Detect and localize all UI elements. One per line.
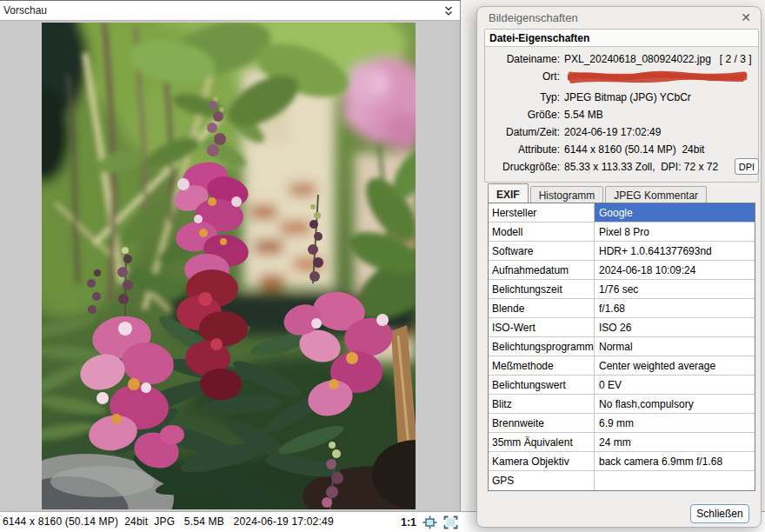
field-label: Ort:	[485, 70, 560, 83]
file-field-row: Dateiname: PXL_20240618_080924022.jpg [ …	[485, 50, 758, 68]
image-properties-dialog: Bildeigenschaften ✕ Datei-Eigenschaften …	[476, 6, 762, 528]
field-label: Dateiname:	[485, 53, 560, 65]
exif-label: Kamera Objektiv	[489, 452, 595, 470]
field-value: PXL_20240618_080924022.jpg [ 2 / 3 ]	[560, 53, 752, 65]
file-properties-group: Datei-Eigenschaften Dateiname: PXL_20240…	[484, 29, 759, 183]
exif-label: Belichtungszeit	[489, 280, 595, 298]
exif-value	[595, 471, 755, 490]
preview-title: Vorschau	[3, 4, 47, 17]
field-value: 5.54 MB	[560, 109, 603, 121]
exif-row[interactable]: 35mm Äquivalent 24 mm	[489, 433, 755, 452]
exif-row[interactable]: Blende f/1.68	[489, 299, 755, 318]
field-label: Druckgröße:	[485, 161, 560, 173]
exif-label: GPS	[489, 471, 595, 490]
exif-row[interactable]: Kamera Objektiv back camera 6.9mm f/1.68	[489, 452, 755, 471]
redaction-scribble	[568, 69, 748, 84]
file-field-row: Druckgröße: 85.33 x 113.33 Zoll, DPI: 72…	[485, 158, 758, 176]
file-field-row: Datum/Zeit: 2024-06-19 17:02:49	[485, 123, 758, 141]
file-field-row: Typ: JPEG Bitmap (JPG) YCbCr	[485, 89, 758, 106]
field-value: 85.33 x 113.33 Zoll, DPI: 72 x 72	[560, 161, 718, 173]
exif-label: Belichtungsprogramm	[489, 337, 595, 356]
dpi-button[interactable]: DPI	[735, 158, 759, 175]
field-label: Typ:	[485, 91, 560, 103]
exif-label: ISO-Wert	[489, 318, 595, 336]
status-info: 6144 x 8160 (50.14 MP) 24bit JPG 5.54 MB…	[3, 512, 334, 532]
preview-photo	[42, 23, 416, 509]
exif-value: Pixel 8 Pro	[595, 223, 755, 241]
tab-label: EXIF	[496, 189, 520, 201]
tab-histogramm[interactable]: Histogramm	[530, 186, 604, 203]
exif-value: HDR+ 1.0.641377693nd	[595, 242, 755, 260]
exif-row[interactable]: Meßmethode Center weighted average	[489, 356, 755, 376]
exif-value: 1/76 sec	[595, 280, 755, 298]
zoom-controls: 1:1	[401, 512, 458, 532]
exif-value: Google	[595, 203, 755, 222]
dialog-titlebar: Bildeigenschaften ✕	[477, 7, 761, 29]
exif-value: ISO 26	[595, 318, 755, 336]
preview-canvas	[0, 21, 460, 511]
exif-row[interactable]: Belichtungszeit 1/76 sec	[489, 280, 755, 299]
exif-value: 0 EV	[595, 376, 755, 394]
field-value: JPEG Bitmap (JPG) YCbCr	[560, 91, 691, 103]
exif-label: Meßmethode	[489, 356, 595, 375]
file-field-row: Größe: 5.54 MB	[485, 106, 758, 123]
tab-label: Histogramm	[539, 190, 595, 202]
preview-panel: Vorschau	[0, 0, 461, 511]
exif-value: 24 mm	[595, 433, 755, 451]
exif-value: f/1.68	[595, 299, 755, 317]
tab-label: JPEG Kommentar	[614, 190, 698, 202]
fullscreen-icon[interactable]	[443, 515, 458, 529]
exif-row[interactable]: Hersteller Google	[489, 203, 755, 223]
field-label: Größe:	[485, 109, 560, 121]
exif-value: 6.9 mm	[595, 414, 755, 432]
exif-label: Blende	[489, 299, 595, 317]
exif-row[interactable]: Belichtungswert 0 EV	[489, 376, 755, 395]
exif-label: Modell	[489, 223, 595, 241]
exif-label: Blitz	[489, 395, 595, 413]
exif-label: Belichtungswert	[489, 376, 595, 394]
exif-table: Hersteller Google Modell Pixel 8 Pro Sof…	[488, 203, 755, 491]
tab-exif[interactable]: EXIF	[488, 183, 529, 203]
field-value: 6144 x 8160 (50.14 MP) 24bit	[560, 143, 704, 156]
exif-label: Hersteller	[489, 203, 595, 222]
exif-row[interactable]: Modell Pixel 8 Pro	[489, 223, 755, 242]
exif-row[interactable]: Blitz No flash,compulsory	[489, 395, 755, 414]
group-title: Datei-Eigenschaften	[485, 30, 758, 47]
close-icon[interactable]: ✕	[741, 10, 751, 24]
zoom-level: 1:1	[401, 516, 416, 529]
exif-value: Normal	[595, 337, 755, 356]
file-fields: Dateiname: PXL_20240618_080924022.jpg [ …	[485, 47, 758, 176]
exif-row[interactable]: ISO-Wert ISO 26	[489, 318, 755, 337]
preview-header: Vorschau	[0, 1, 460, 21]
exif-value: No flash,compulsory	[595, 395, 755, 413]
tab-jpeg-kommentar[interactable]: JPEG Kommentar	[605, 186, 707, 203]
file-field-row: Ort:	[485, 68, 758, 85]
exif-row[interactable]: Brennweite 6.9 mm	[489, 414, 755, 433]
dialog-title: Bildeigenschaften	[489, 11, 578, 24]
exif-row[interactable]: Software HDR+ 1.0.641377693nd	[489, 242, 755, 261]
field-value: 2024-06-19 17:02:49	[560, 126, 661, 138]
field-label: Datum/Zeit:	[485, 126, 560, 138]
exif-label: 35mm Äquivalent	[489, 433, 595, 451]
close-button[interactable]: Schließen	[690, 504, 749, 523]
exif-row[interactable]: Aufnahmedatum 2024-06-18 10:09:24	[489, 261, 755, 280]
exif-row[interactable]: Belichtungsprogramm Normal	[489, 337, 755, 356]
exif-value: back camera 6.9mm f/1.68	[595, 452, 755, 470]
fit-to-window-icon[interactable]	[422, 515, 437, 529]
exif-label: Software	[489, 242, 595, 260]
exif-value: 2024-06-18 10:09:24	[595, 261, 755, 279]
exif-label: Brennweite	[489, 414, 595, 432]
exif-label: Aufnahmedatum	[489, 261, 595, 279]
tab-bar: EXIFHistogrammJPEG Kommentar	[488, 183, 708, 203]
exif-value: Center weighted average	[595, 356, 755, 375]
exif-row[interactable]: GPS	[489, 471, 755, 490]
field-label: Attribute:	[485, 143, 560, 156]
file-field-row: Attribute: 6144 x 8160 (50.14 MP) 24bit	[485, 141, 758, 158]
